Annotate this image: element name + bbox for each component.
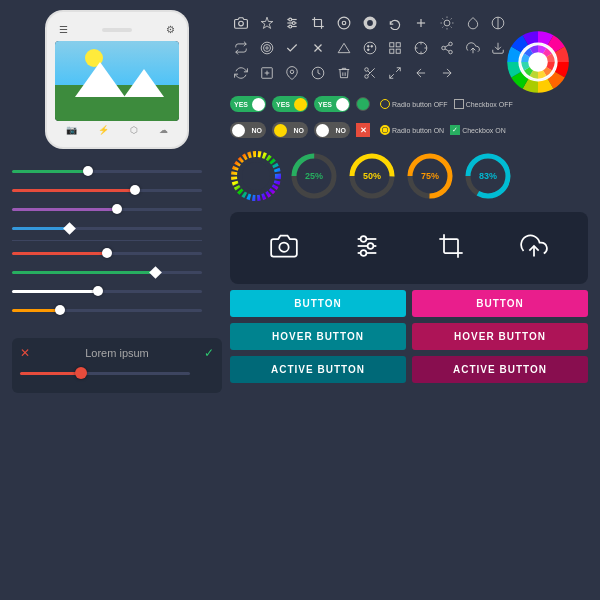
progress-50-label: 50% bbox=[363, 171, 381, 181]
icon-sliders bbox=[281, 12, 303, 34]
toggle-no-off-yellow[interactable]: NO bbox=[272, 122, 308, 138]
mountain1 bbox=[75, 62, 125, 97]
slider-7[interactable] bbox=[12, 284, 222, 298]
checkbox-on[interactable]: ✓ bbox=[450, 125, 460, 135]
svg-line-45 bbox=[445, 45, 449, 47]
progress-75: 75% bbox=[404, 150, 456, 202]
progress-circles-row: 25% 50% 75% bbox=[230, 150, 588, 202]
progress-25-label: 25% bbox=[305, 171, 323, 181]
confirm-icon[interactable]: ✓ bbox=[204, 346, 214, 360]
color-wheel bbox=[503, 27, 573, 97]
button-pink-hover[interactable]: HOVER BUTTON bbox=[412, 323, 588, 350]
radio-on-label: Radio button ON bbox=[392, 127, 444, 134]
svg-rect-7 bbox=[315, 20, 322, 27]
toggle-yes-on-green[interactable]: YES bbox=[230, 96, 266, 112]
radio-off-group: Radio button OFF bbox=[380, 99, 448, 109]
slider-1[interactable] bbox=[12, 164, 222, 178]
toggle-yes-circle[interactable]: YES bbox=[314, 96, 350, 112]
button-cyan-hover[interactable]: HOVER BUTTON bbox=[230, 323, 406, 350]
icon-loop bbox=[230, 37, 252, 59]
icon-arrow-right bbox=[436, 62, 458, 84]
icon-trash bbox=[333, 62, 355, 84]
radio-button-off[interactable] bbox=[380, 99, 390, 109]
slider-8[interactable] bbox=[12, 303, 222, 317]
toggle-no-off-red[interactable]: NO bbox=[230, 122, 266, 138]
svg-point-12 bbox=[444, 20, 450, 26]
svg-rect-35 bbox=[397, 49, 401, 53]
button-cyan-active[interactable]: ACTIVE BUTTON bbox=[230, 356, 406, 383]
icon-square-plus bbox=[256, 62, 278, 84]
slider-5[interactable] bbox=[12, 246, 222, 260]
icon-sparkle bbox=[256, 12, 278, 34]
button-cyan-1[interactable]: BUTTON bbox=[230, 290, 406, 317]
svg-point-76 bbox=[279, 243, 288, 252]
right-column: YES YES YES Rad bbox=[230, 12, 588, 453]
toggle-circle-green bbox=[356, 97, 370, 111]
svg-line-59 bbox=[390, 74, 394, 78]
svg-point-80 bbox=[361, 236, 367, 242]
icons-and-wheel bbox=[230, 12, 588, 88]
panel-crop-icon bbox=[437, 232, 465, 264]
slider-3[interactable] bbox=[12, 202, 222, 216]
button-pink-active[interactable]: ACTIVE BUTTON bbox=[412, 356, 588, 383]
hamburger-icon: ☰ bbox=[59, 24, 68, 35]
toggle-x-red: ✕ bbox=[356, 123, 370, 137]
svg-point-53 bbox=[364, 68, 368, 72]
icon-camera bbox=[230, 12, 252, 34]
settings-icon: ⚙ bbox=[166, 24, 175, 35]
progress-50: 50% bbox=[346, 150, 398, 202]
icon-refresh bbox=[230, 62, 252, 84]
button-pink-1[interactable]: BUTTON bbox=[412, 290, 588, 317]
camera-icon-phone: 📷 bbox=[66, 125, 77, 135]
radio-button-on[interactable] bbox=[380, 125, 390, 135]
icon-mountain bbox=[333, 37, 355, 59]
checkbox-off[interactable] bbox=[454, 99, 464, 109]
progress-83: 83% bbox=[462, 150, 514, 202]
text-slider[interactable] bbox=[20, 366, 214, 380]
panel-camera-icon bbox=[270, 232, 298, 264]
svg-line-58 bbox=[397, 68, 401, 72]
phone-top-bar: ☰ ⚙ bbox=[55, 22, 179, 37]
icon-arrow-left bbox=[410, 62, 432, 84]
svg-point-6 bbox=[289, 25, 292, 28]
svg-rect-32 bbox=[390, 43, 394, 47]
icon-x bbox=[307, 37, 329, 59]
checkbox-on-label: Checkbox ON bbox=[462, 127, 506, 134]
slider-separator bbox=[12, 240, 202, 241]
svg-point-0 bbox=[239, 21, 244, 26]
phone-mockup: ☰ ⚙ 📷 ⚡ ⬡ ☁ bbox=[47, 12, 187, 147]
icon-palette bbox=[359, 37, 381, 59]
toggle-yes-on-yellow[interactable]: YES bbox=[272, 96, 308, 112]
text-input-row: ✕ Lorem ipsum ✓ bbox=[20, 346, 214, 360]
toggle-no-circle[interactable]: NO bbox=[314, 122, 350, 138]
checkbox-on-group: ✓ Checkbox ON bbox=[450, 125, 506, 135]
icon-undo bbox=[384, 12, 406, 34]
toggle-no-label3: NO bbox=[336, 127, 347, 134]
left-column: ☰ ⚙ 📷 ⚡ ⬡ ☁ bbox=[12, 12, 222, 453]
sliders-section bbox=[12, 155, 222, 326]
svg-point-8 bbox=[338, 17, 350, 29]
svg-point-23 bbox=[263, 45, 270, 52]
icon-scissors bbox=[359, 62, 381, 84]
svg-line-16 bbox=[451, 27, 452, 28]
svg-point-24 bbox=[266, 47, 268, 49]
cancel-icon[interactable]: ✕ bbox=[20, 346, 30, 360]
radio-on-group: Radio button ON bbox=[380, 125, 444, 135]
icon-crop bbox=[307, 12, 329, 34]
svg-point-31 bbox=[367, 49, 369, 51]
svg-line-19 bbox=[442, 27, 443, 28]
slider-4[interactable] bbox=[12, 221, 222, 235]
toggle-yes-label: YES bbox=[234, 101, 248, 108]
slider-6[interactable] bbox=[12, 265, 222, 279]
text-input-value[interactable]: Lorem ipsum bbox=[30, 347, 204, 359]
svg-point-30 bbox=[371, 45, 373, 47]
icon-target bbox=[256, 37, 278, 59]
toggle-yes-label2: YES bbox=[276, 101, 290, 108]
toggle-no-label: NO bbox=[252, 127, 263, 134]
svg-point-22 bbox=[261, 42, 273, 54]
progress-75-label: 75% bbox=[421, 171, 439, 181]
slider-2[interactable] bbox=[12, 183, 222, 197]
icon-drop bbox=[462, 12, 484, 34]
gradient-circle bbox=[230, 150, 282, 202]
checkbox-off-label: Checkbox OFF bbox=[466, 101, 513, 108]
